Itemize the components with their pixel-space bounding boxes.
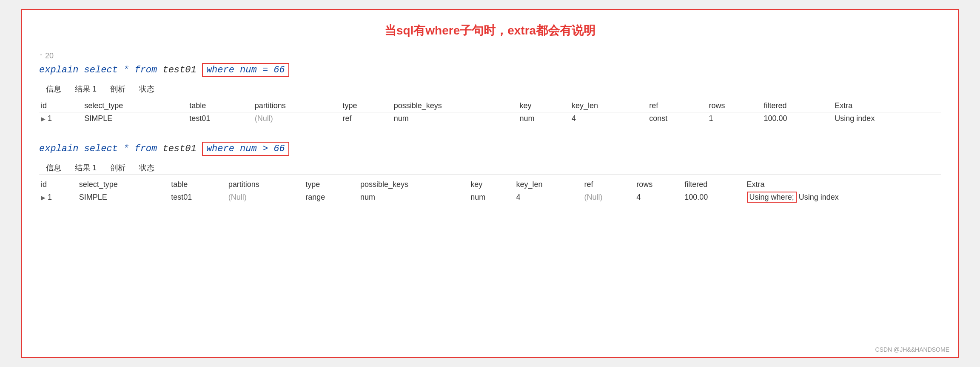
sql-from-1: from [134,65,162,75]
tab-status-2[interactable]: 状态 [132,161,161,175]
row1-table-1: test01 [188,112,253,125]
col-key-1: key [518,100,570,112]
col-type-2: type [304,178,359,191]
col-filtered-1: filtered [762,100,833,112]
result-tabs-2: 信息 结果 1 剖析 状态 [39,161,941,175]
row1-key-2: num [469,191,514,204]
table-row: ▶ 1 SIMPLE test01 (Null) ref num num 4 c… [39,112,941,125]
col-ref-1: ref [647,100,707,112]
sql-where-2: where num > 66 [202,142,289,156]
row1-key-1: num [518,112,570,125]
col-extra-2: Extra [745,178,941,191]
row1-partitions-1: (Null) [253,112,341,125]
tab-result-2[interactable]: 结果 1 [68,161,103,175]
col-partitions-1: partitions [253,100,341,112]
col-select-type-2: select_type [77,178,169,191]
row1-extra-2: Using where; Using index [745,191,941,204]
row1-table-2: test01 [169,191,227,204]
sql-table-1: test01 [162,65,202,75]
sql-keyword-2: explain select * [39,143,134,154]
page-title: 当sql有where子句时，extra都会有说明 [39,23,941,39]
row1-type-2: range [304,191,359,204]
col-extra-1: Extra [833,100,941,112]
col-key-len-2: key_len [514,178,582,191]
col-key-2: key [469,178,514,191]
query1-section: ↑ 20 explain select * from test01 where … [39,52,941,125]
tab-status-1[interactable]: 状态 [132,82,161,96]
row1-extra-1: Using index [833,112,941,125]
row1-rows-2: 4 [635,191,683,204]
sql-from-2: from [134,143,162,154]
table-row: ▶ 1 SIMPLE test01 (Null) range num num 4… [39,191,941,204]
col-select-type-1: select_type [83,100,188,112]
result-table-wrapper-1: id select_type table partitions type pos… [39,96,941,125]
sql-line-2: explain select * from test01 where num >… [39,142,941,156]
row1-arrow-1: ▶ 1 [39,112,83,125]
tab-profile-2[interactable]: 剖析 [103,161,132,175]
row1-possible-keys-2: num [359,191,469,204]
sql-where-1: where num = 66 [202,63,289,77]
col-key-len-1: key_len [570,100,647,112]
sql-line-1: explain select * from test01 where num =… [39,63,941,77]
col-filtered-2: filtered [683,178,745,191]
table-header-row-2: id select_type table partitions type pos… [39,178,941,191]
extra-rest: Using index [799,193,839,201]
row1-rows-1: 1 [707,112,762,125]
sql-keyword-1: explain select * [39,65,134,75]
result-table-1: id select_type table partitions type pos… [39,100,941,125]
col-table-1: table [188,100,253,112]
sql-table-2: test01 [162,143,202,154]
table-header-row-1: id select_type table partitions type pos… [39,100,941,112]
col-rows-2: rows [635,178,683,191]
result-tabs-1: 信息 结果 1 剖析 状态 [39,82,941,96]
row1-key-len-2: 4 [514,191,582,204]
col-possible-keys-2: possible_keys [359,178,469,191]
row1-key-len-1: 4 [570,112,647,125]
col-possible-keys-1: possible_keys [392,100,518,112]
tab-profile-1[interactable]: 剖析 [103,82,132,96]
row1-type-1: ref [341,112,392,125]
col-ref-2: ref [582,178,635,191]
row1-possible-keys-1: num [392,112,518,125]
row1-filtered-2: 100.00 [683,191,745,204]
row1-ref-1: const [647,112,707,125]
tab-result-1[interactable]: 结果 1 [68,82,103,96]
result-table-2: id select_type table partitions type pos… [39,178,941,204]
section-num-1: ↑ 20 [39,52,941,60]
col-rows-1: rows [707,100,762,112]
col-type-1: type [341,100,392,112]
row1-select-type-2: SIMPLE [77,191,169,204]
tab-info-2[interactable]: 信息 [39,161,68,175]
col-partitions-2: partitions [227,178,304,191]
row1-arrow-2: ▶ 1 [39,191,77,204]
col-id-1: id [39,100,83,112]
row1-select-type-1: SIMPLE [83,112,188,125]
result-table-wrapper-2: id select_type table partitions type pos… [39,175,941,204]
main-container: 当sql有where子句时，extra都会有说明 ↑ 20 explain se… [21,9,959,358]
tab-info-1[interactable]: 信息 [39,82,68,96]
watermark: CSDN @JH&&HANDSOME [875,346,949,353]
extra-highlighted: Using where; [747,192,797,203]
row1-filtered-1: 100.00 [762,112,833,125]
row1-partitions-2: (Null) [227,191,304,204]
col-table-2: table [169,178,227,191]
col-id-2: id [39,178,77,191]
query2-section: explain select * from test01 where num >… [39,142,941,204]
row1-ref-2: (Null) [582,191,635,204]
